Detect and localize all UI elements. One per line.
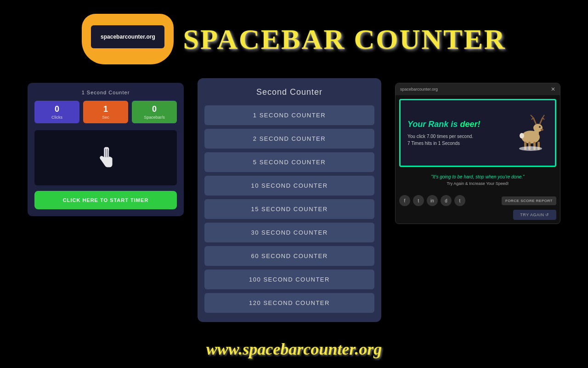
footer: www.spacebarcounter.org	[0, 339, 588, 359]
deer-icon	[511, 109, 548, 156]
menu-item-100sec[interactable]: 100 SECOND COUNTER	[204, 270, 374, 289]
spacebar-number: 0	[134, 104, 175, 114]
sec-number: 1	[85, 104, 126, 114]
svg-point-17	[539, 126, 541, 128]
try-again-button[interactable]: TRY AGAIN ↺	[513, 210, 556, 220]
stat-spacebar: 0 Spacebar/s	[132, 101, 177, 123]
report-button[interactable]: FORCE SCORE REPORT	[502, 196, 556, 205]
header: spacebarcounter.org Spacebar Counter	[0, 0, 588, 74]
twitter-icon[interactable]: t	[413, 195, 424, 206]
menu-item-5sec[interactable]: 5 SECOND COUNTER	[204, 152, 374, 172]
svg-line-14	[540, 118, 543, 124]
svg-point-19	[519, 146, 542, 151]
center-panel: Second Counter 1 SECOND COUNTER 2 SECOND…	[198, 78, 381, 322]
result-detail-2: 7 Times hits in 1 Seconds	[407, 140, 504, 147]
facebook-icon[interactable]: f	[399, 195, 410, 206]
sec-label: Sec	[85, 115, 126, 120]
menu-item-1sec[interactable]: 1 SECOND COUNTER	[204, 105, 374, 125]
linkedin-icon[interactable]: in	[427, 195, 438, 206]
hand-cursor-icon	[96, 146, 115, 169]
spacebar-label: Spacebar/s	[134, 115, 175, 120]
rank-label: Your Rank is	[407, 120, 458, 129]
clicks-label: Clicks	[37, 115, 77, 120]
tumblr-icon[interactable]: t	[454, 195, 465, 206]
discord-icon[interactable]: d	[441, 195, 452, 206]
stats-row: 0 Clicks 1 Sec 0 Spacebar/s	[34, 101, 177, 123]
svg-line-11	[533, 118, 536, 124]
result-text-area: Your Rank is deer! You click 7.00 times …	[407, 120, 504, 147]
rank-text: Your Rank is deer!	[407, 120, 504, 129]
social-row: f t in d t FORCE SCORE REPORT	[396, 193, 560, 210]
main-content: 1 Second Counter 0 Clicks 1 Sec 0 Spaceb…	[0, 74, 588, 327]
logo-container: spacebarcounter.org	[82, 14, 174, 64]
menu-item-10sec[interactable]: 10 SECOND COUNTER	[204, 176, 374, 196]
left-panel: 1 Second Counter 0 Clicks 1 Sec 0 Spaceb…	[28, 83, 184, 216]
rank-name: deer!	[460, 120, 480, 129]
left-panel-title: 1 Second Counter	[34, 90, 177, 95]
quote-text: "It's going to be hard, stop when you're…	[401, 174, 554, 179]
stat-clicks: 0 Clicks	[34, 101, 79, 123]
logo-inner: spacebarcounter.org	[91, 25, 164, 48]
menu-item-30sec[interactable]: 30 SECOND COUNTER	[204, 223, 374, 242]
stat-sec: 1 Sec	[83, 101, 128, 123]
logo-text: spacebarcounter.org	[101, 34, 155, 40]
menu-item-120sec[interactable]: 120 SECOND COUNTER	[204, 293, 374, 313]
result-detail-1: You click 7.00 times per second.	[407, 133, 504, 140]
menu-item-2sec[interactable]: 2 SECOND COUNTER	[204, 129, 374, 149]
social-icons: f t in d t	[399, 195, 465, 206]
center-panel-title: Second Counter	[204, 87, 374, 97]
try-again-hint: Try Again & Increase Your Speed!	[401, 181, 554, 186]
titlebar: spacebarcounter.org ✕	[396, 83, 560, 95]
svg-rect-5	[534, 130, 539, 136]
click-area[interactable]	[34, 130, 177, 185]
svg-line-16	[543, 118, 544, 120]
svg-line-15	[543, 115, 544, 118]
svg-point-18	[541, 129, 543, 131]
menu-item-60sec[interactable]: 60 SECOND COUNTER	[204, 246, 374, 266]
close-button[interactable]: ✕	[551, 86, 555, 92]
svg-line-13	[531, 118, 533, 120]
svg-line-12	[531, 115, 533, 118]
logo-shape: spacebarcounter.org	[82, 14, 174, 64]
site-title: Spacebar Counter	[183, 23, 506, 56]
result-area: Your Rank is deer! You click 7.00 times …	[399, 99, 556, 167]
right-panel: spacebarcounter.org ✕ Your Rank is deer!…	[395, 83, 560, 224]
start-timer-button[interactable]: CLICK HERE TO START TIMER	[34, 191, 177, 209]
svg-point-10	[520, 133, 524, 138]
clicks-number: 0	[37, 104, 77, 114]
menu-item-15sec[interactable]: 15 SECOND COUNTER	[204, 199, 374, 219]
menu-list: 1 SECOND COUNTER 2 SECOND COUNTER 5 SECO…	[204, 105, 374, 313]
quote-area: "It's going to be hard, stop when you're…	[396, 171, 560, 193]
footer-url: www.spacebarcounter.org	[0, 339, 588, 359]
titlebar-text: spacebarcounter.org	[400, 87, 438, 92]
